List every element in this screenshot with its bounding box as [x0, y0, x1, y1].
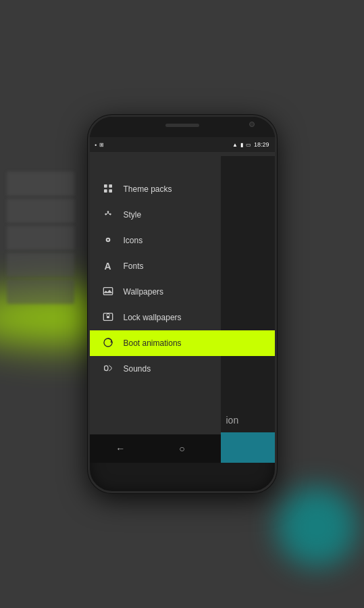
battery-icon: ▭ — [246, 142, 251, 148]
wallpapers-icon — [101, 286, 115, 299]
status-time: 18:29 — [254, 141, 269, 148]
icons-label: Icons — [124, 236, 143, 245]
icons-icon — [101, 234, 115, 247]
sim-icon: ▪ — [95, 142, 97, 148]
status-bar: ▪ ⊞ ▲ ▮ ▭ 18:29 — [90, 137, 275, 152]
svg-rect-13 — [107, 315, 109, 318]
menu-item-wallpapers[interactable]: Wallpapers — [90, 279, 275, 305]
menu-item-icons[interactable]: Icons — [90, 228, 275, 253]
menu-item-theme-packs[interactable]: Theme packs — [90, 176, 275, 202]
lock-wallpapers-label: Lock wallpapers — [124, 313, 182, 322]
menu-item-fonts[interactable]: A Fonts — [90, 253, 275, 279]
svg-point-5 — [107, 211, 109, 213]
menu-item-boot-animations[interactable]: Boot animations — [90, 330, 275, 356]
svg-rect-1 — [109, 184, 112, 188]
theme-packs-label: Theme packs — [124, 184, 172, 194]
boot-animations-label: Boot animations — [124, 338, 182, 348]
sounds-icon — [101, 363, 115, 376]
phone-camera — [249, 122, 255, 127]
svg-rect-2 — [104, 189, 107, 193]
signal-icon: ▮ — [240, 142, 243, 148]
phone-speaker — [165, 124, 199, 127]
back-button[interactable]: ← — [110, 443, 130, 454]
status-right-icons: ▲ ▮ ▭ 18:29 — [232, 141, 269, 148]
theme-packs-icon — [101, 183, 115, 196]
fonts-icon: A — [101, 261, 115, 272]
lock-wallpapers-icon — [101, 311, 115, 324]
content-text: ion — [221, 408, 275, 432]
style-label: Style — [124, 210, 142, 220]
settings-icon: ⊞ — [99, 142, 104, 148]
svg-rect-0 — [104, 184, 107, 188]
phone-shell: ▪ ⊞ ▲ ▮ ▭ 18:29 🗑 ion — [88, 115, 277, 493]
boot-animations-icon — [101, 337, 115, 350]
background-menu — [0, 169, 81, 307]
svg-rect-11 — [103, 287, 112, 295]
menu-item-style[interactable]: Style — [90, 202, 275, 228]
menu-item-lock-wallpapers[interactable]: Lock wallpapers — [90, 305, 275, 330]
fonts-label: Fonts — [124, 261, 144, 271]
sounds-label: Sounds — [124, 364, 151, 374]
home-button[interactable]: ○ — [172, 443, 192, 454]
menu-item-sounds[interactable]: Sounds — [90, 356, 275, 382]
status-left-icons: ▪ ⊞ — [95, 142, 105, 148]
screen: ▪ ⊞ ▲ ▮ ▭ 18:29 🗑 ion — [90, 137, 275, 463]
svg-rect-3 — [109, 189, 112, 193]
style-icon — [101, 209, 115, 222]
content-teal-bar — [221, 432, 275, 463]
svg-point-10 — [107, 238, 109, 240]
wifi-icon: ▲ — [232, 142, 238, 148]
phone-top — [90, 117, 275, 137]
wallpapers-label: Wallpapers — [124, 287, 164, 297]
